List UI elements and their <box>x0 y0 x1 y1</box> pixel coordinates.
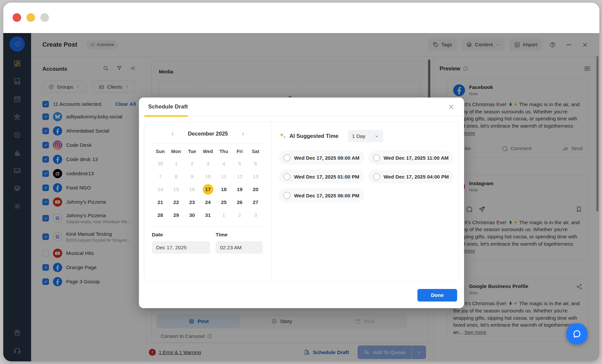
traffic-lights <box>13 13 49 22</box>
schedule-draft-modal: Schedule Draft December 2025 SunMonTueWe… <box>139 98 464 308</box>
window-titlebar <box>3 3 599 33</box>
calendar-day[interactable]: 23 <box>184 196 200 209</box>
calendar-day: 11 <box>216 170 232 183</box>
calendar-day: 12 <box>232 170 248 183</box>
calendar-day[interactable]: 19 <box>232 183 248 196</box>
weekday-label: Mon <box>168 146 184 157</box>
calendar-day: 5 <box>232 157 248 170</box>
calendar-day[interactable]: 29 <box>168 209 184 222</box>
date-label: Date <box>152 232 210 238</box>
chat-widget-button[interactable] <box>566 323 587 344</box>
window-zoom-button[interactable] <box>40 13 49 22</box>
modal-close-button[interactable] <box>448 103 455 111</box>
modal-header: Schedule Draft <box>139 98 464 116</box>
window-minimize-button[interactable] <box>26 13 35 22</box>
calendar-day-selected[interactable]: 17 <box>200 183 216 196</box>
suggested-time-label: Wed Dec 17, 2025 04:00 PM <box>384 174 449 180</box>
previous-month-button[interactable] <box>170 131 175 137</box>
calendar-day: 15 <box>168 183 184 196</box>
calendar-day[interactable]: 30 <box>184 209 200 222</box>
calendar-day[interactable]: 28 <box>152 209 168 222</box>
radio-button[interactable] <box>283 154 290 161</box>
modal-body: December 2025 SunMonTueWedThuFriSat30123… <box>144 122 459 282</box>
suggested-time-option[interactable]: Wed Dec 17, 2025 04:00 PM <box>368 170 453 183</box>
done-button[interactable]: Done <box>417 289 457 302</box>
chevron-down-icon <box>374 134 379 139</box>
suggested-time-label: Wed Dec 17, 2025 11:00 AM <box>384 155 449 161</box>
calendar-day[interactable]: 24 <box>200 196 216 209</box>
window-close-button[interactable] <box>13 13 21 22</box>
calendar-day: 6 <box>248 157 264 170</box>
radio-button[interactable] <box>283 192 290 199</box>
calendar-month-label: December 2025 <box>188 131 228 137</box>
sparkle-icon <box>279 132 286 141</box>
calendar-day[interactable]: 31 <box>200 209 216 222</box>
calendar-day[interactable]: 26 <box>232 196 248 209</box>
calendar-day: 1 <box>216 209 232 222</box>
calendar-day[interactable]: 21 <box>152 196 168 209</box>
app-window: Create Post Autosave Tags Content <box>3 3 599 361</box>
suggested-time-option[interactable]: Wed Dec 17, 2025 01:00 PM <box>279 170 364 183</box>
weekday-label: Thu <box>216 146 232 157</box>
range-dropdown[interactable]: 1 Day <box>348 130 383 142</box>
weekday-label: Fri <box>232 146 248 157</box>
radio-button[interactable] <box>373 173 380 180</box>
range-value: 1 Day <box>352 133 366 139</box>
ai-suggested-time-label: AI Suggested Time <box>289 133 338 139</box>
radio-button[interactable] <box>283 173 290 180</box>
weekday-label: Tue <box>184 146 200 157</box>
suggested-times-grid: Wed Dec 17, 2025 09:00 AMWed Dec 17, 202… <box>279 151 453 202</box>
screen: Create Post Autosave Tags Content <box>0 0 602 364</box>
date-time-row: Date Dec 17, 2025 Time 02:23 AM <box>152 226 263 254</box>
date-input[interactable]: Dec 17, 2025 <box>152 241 210 254</box>
calendar-day: 10 <box>200 170 216 183</box>
active-tab-underline <box>144 115 188 117</box>
ai-suggested-section: AI Suggested Time 1 Day Wed Dec 17, 2025… <box>272 122 459 281</box>
close-icon <box>448 103 455 110</box>
calendar-day: 2 <box>232 209 248 222</box>
calendar-day[interactable]: 22 <box>168 196 184 209</box>
suggested-time-option[interactable]: Wed Dec 17, 2025 06:00 PM <box>279 188 364 202</box>
calendar-day: 14 <box>152 183 168 196</box>
next-month-button[interactable] <box>240 131 246 137</box>
time-input[interactable]: 02:23 AM <box>216 241 263 254</box>
calendar-grid: SunMonTueWedThuFriSat3012345678910111213… <box>152 146 263 222</box>
calendar-day[interactable]: 18 <box>216 183 232 196</box>
calendar-day: 4 <box>216 157 232 170</box>
calendar-day[interactable]: 25 <box>216 196 232 209</box>
calendar-day: 3 <box>200 157 216 170</box>
calendar-day: 9 <box>184 170 200 183</box>
weekday-label: Sun <box>152 146 168 157</box>
weekday-label: Wed <box>200 146 216 157</box>
divider <box>151 143 265 144</box>
calendar-day: 8 <box>168 170 184 183</box>
radio-button[interactable] <box>373 154 380 161</box>
chat-bubble-icon <box>572 329 582 339</box>
calendar-day: 30 <box>152 157 168 170</box>
suggested-time-label: Wed Dec 17, 2025 09:00 AM <box>294 155 360 161</box>
calendar-day: 16 <box>184 183 200 196</box>
suggested-time-label: Wed Dec 17, 2025 01:00 PM <box>294 174 359 180</box>
suggested-time-option[interactable]: Wed Dec 17, 2025 09:00 AM <box>279 151 364 165</box>
time-label: Time <box>216 232 263 238</box>
calendar-section: December 2025 SunMonTueWedThuFriSat30123… <box>145 122 272 281</box>
calendar-day: 3 <box>248 209 264 222</box>
weekday-label: Sat <box>248 146 264 157</box>
suggested-time-label: Wed Dec 17, 2025 06:00 PM <box>294 193 359 198</box>
calendar-day: 1 <box>168 157 184 170</box>
calendar-day: 7 <box>152 170 168 183</box>
modal-title: Schedule Draft <box>148 103 188 110</box>
calendar-day[interactable]: 20 <box>248 183 264 196</box>
calendar-day: 13 <box>248 170 264 183</box>
suggested-time-option[interactable]: Wed Dec 17, 2025 11:00 AM <box>368 151 453 165</box>
calendar-day: 2 <box>184 157 200 170</box>
calendar-day[interactable]: 27 <box>248 196 264 209</box>
